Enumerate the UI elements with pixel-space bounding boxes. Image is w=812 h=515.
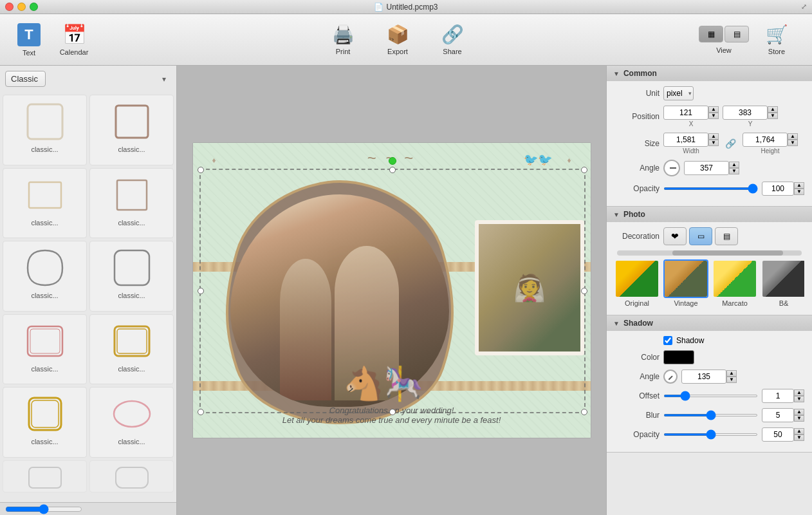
- expand-icon[interactable]: ⤢: [801, 3, 807, 11]
- size-width-stepper[interactable]: ▲ ▼: [708, 133, 719, 146]
- position-x-down[interactable]: ▼: [708, 113, 719, 119]
- opacity-stepper[interactable]: ▲ ▼: [794, 182, 804, 195]
- size-height-stepper[interactable]: ▲ ▼: [788, 133, 798, 146]
- view-list-btn[interactable]: ▤: [724, 26, 749, 42]
- shadow-angle-dial[interactable]: [663, 370, 678, 384]
- position-y-group: 383 ▲ ▼ Y: [723, 106, 778, 127]
- opacity-slider[interactable]: [663, 187, 758, 190]
- maximize-button[interactable]: [30, 3, 38, 11]
- print-tool[interactable]: 🖨️ Print: [320, 17, 365, 62]
- list-item[interactable]: classic...: [3, 95, 87, 165]
- filter-bw[interactable]: B&: [761, 259, 804, 307]
- shadow-angle-down[interactable]: ▼: [726, 377, 737, 383]
- list-item[interactable]: classic...: [3, 168, 87, 239]
- window-controls[interactable]: [5, 3, 38, 11]
- close-button[interactable]: [5, 3, 14, 11]
- position-y-up[interactable]: ▲: [768, 106, 778, 113]
- photo-section-header[interactable]: ▼ Photo: [607, 207, 812, 222]
- frame-label: classic...: [118, 219, 145, 227]
- opacity-input[interactable]: 100: [762, 182, 794, 196]
- svg-rect-5: [28, 326, 62, 356]
- position-y-stepper[interactable]: ▲ ▼: [768, 106, 778, 119]
- calendar-tool[interactable]: 📅 Calendar: [51, 17, 97, 62]
- shadow-opacity-down[interactable]: ▼: [794, 435, 804, 441]
- deco-frame-btn[interactable]: ▭: [689, 227, 712, 245]
- small-photo-frame[interactable]: 👰: [475, 220, 584, 355]
- size-height-input[interactable]: 1,764: [743, 133, 788, 147]
- sidebar-zoom-slider[interactable]: [5, 504, 82, 514]
- position-x-stepper[interactable]: ▲ ▼: [708, 106, 719, 119]
- store-tool[interactable]: 🛒 Store: [754, 17, 799, 62]
- sunflower-bw: [762, 261, 804, 297]
- view-buttons[interactable]: ▦ ▤: [699, 26, 749, 42]
- shadow-color-picker[interactable]: [663, 350, 694, 364]
- size-width-input[interactable]: 1,581: [663, 133, 708, 147]
- view-tool[interactable]: ▦ ▤ View: [699, 26, 749, 54]
- shadow-offset-input[interactable]: 1: [762, 389, 794, 403]
- list-item[interactable]: classic...: [89, 314, 174, 385]
- shadow-angle-up[interactable]: ▲: [726, 370, 737, 377]
- large-photo-frame[interactable]: [198, 175, 481, 426]
- list-item[interactable]: [89, 460, 174, 492]
- shadow-blur-stepper[interactable]: ▲ ▼: [794, 409, 804, 422]
- shadow-offset-up[interactable]: ▲: [794, 389, 804, 396]
- share-tool[interactable]: 🔗 Share: [430, 17, 475, 62]
- deco-heart-btn[interactable]: ❤: [663, 227, 687, 245]
- opacity-down[interactable]: ▼: [794, 189, 804, 195]
- position-y-down[interactable]: ▼: [768, 113, 778, 119]
- position-y-input[interactable]: 383: [723, 106, 768, 120]
- list-item[interactable]: classic...: [3, 314, 87, 385]
- position-x-input[interactable]: 121: [663, 106, 708, 120]
- shadow-offset-input-group: 1 ▲ ▼: [762, 389, 804, 403]
- list-item[interactable]: [3, 460, 87, 492]
- sidebar-category-select[interactable]: Classic Modern Vintage: [5, 71, 46, 87]
- list-item[interactable]: classic...: [3, 241, 87, 312]
- size-height-down[interactable]: ▼: [788, 140, 798, 146]
- list-item[interactable]: classic...: [3, 387, 87, 458]
- shadow-section-header[interactable]: ▼ Shadow: [607, 315, 812, 331]
- angle-up[interactable]: ▲: [729, 162, 739, 168]
- shadow-blur-slider[interactable]: [663, 414, 758, 417]
- frame-label: classic...: [118, 438, 145, 445]
- list-item[interactable]: classic...: [89, 168, 174, 239]
- export-tool[interactable]: 📦 Export: [375, 17, 420, 62]
- filter-original[interactable]: Original: [614, 259, 660, 307]
- shadow-angle-input[interactable]: 135: [681, 370, 726, 384]
- unit-select[interactable]: pixel mm inch: [663, 86, 694, 100]
- shadow-opacity-input[interactable]: 50: [762, 427, 794, 442]
- position-x-up[interactable]: ▲: [708, 106, 719, 113]
- list-item[interactable]: classic...: [89, 95, 174, 165]
- list-item[interactable]: classic...: [89, 387, 174, 458]
- canvas-area[interactable]: ~ ~ ~ 🐦🐦: [177, 66, 606, 515]
- angle-stepper[interactable]: ▲ ▼: [729, 162, 739, 174]
- shadow-opacity-stepper[interactable]: ▲ ▼: [794, 428, 804, 441]
- shadow-blur-down[interactable]: ▼: [794, 415, 804, 422]
- shadow-offset-slider[interactable]: [663, 395, 758, 397]
- common-section: ▼ Common Unit pixel mm inch: [607, 66, 812, 207]
- opacity-up[interactable]: ▲: [794, 182, 804, 189]
- shadow-blur-up[interactable]: ▲: [794, 409, 804, 415]
- filter-vintage[interactable]: Vintage: [663, 259, 708, 307]
- view-grid-btn[interactable]: ▦: [699, 26, 723, 42]
- angle-input[interactable]: 357: [684, 161, 729, 175]
- common-section-header[interactable]: ▼ Common: [607, 66, 812, 81]
- list-item[interactable]: classic...: [89, 241, 174, 312]
- deco-effect-btn[interactable]: ▤: [715, 227, 738, 245]
- shadow-checkbox[interactable]: [663, 336, 672, 345]
- minimize-button[interactable]: [17, 3, 26, 11]
- size-height-up[interactable]: ▲: [788, 133, 798, 140]
- filter-marcato[interactable]: Marcato: [712, 259, 757, 307]
- size-width-down[interactable]: ▼: [708, 140, 719, 146]
- canvas-card[interactable]: ~ ~ ~ 🐦🐦: [192, 142, 591, 438]
- svg-rect-13: [116, 467, 148, 488]
- shadow-blur-input[interactable]: 5: [762, 408, 794, 422]
- size-width-up[interactable]: ▲: [708, 133, 719, 140]
- text-tool[interactable]: T Text: [6, 17, 51, 62]
- shadow-offset-stepper[interactable]: ▲ ▼: [794, 389, 804, 402]
- shadow-opacity-slider[interactable]: [663, 433, 758, 436]
- shadow-angle-stepper[interactable]: ▲ ▼: [726, 370, 737, 383]
- shadow-offset-down[interactable]: ▼: [794, 396, 804, 402]
- angle-down[interactable]: ▼: [729, 168, 739, 174]
- shadow-opacity-up[interactable]: ▲: [794, 428, 804, 435]
- angle-dial[interactable]: [663, 160, 680, 176]
